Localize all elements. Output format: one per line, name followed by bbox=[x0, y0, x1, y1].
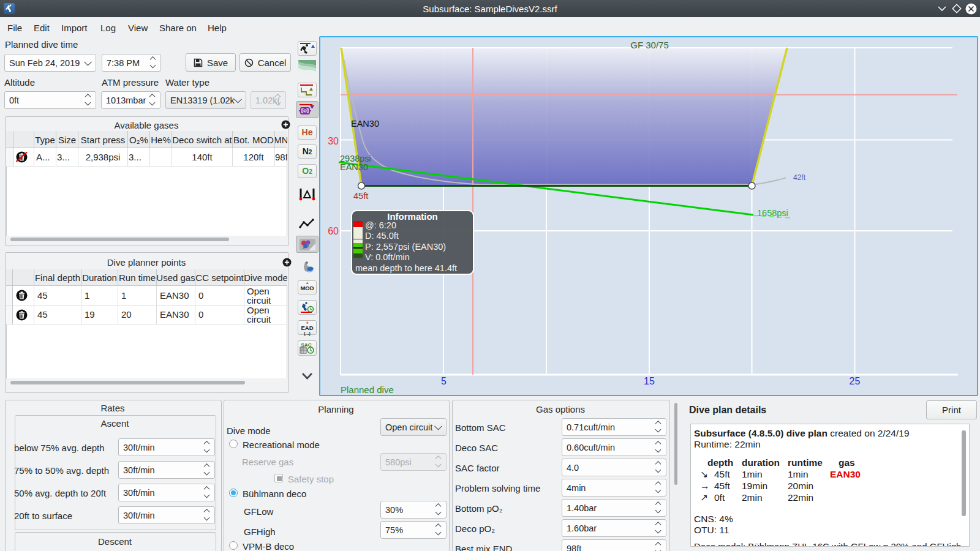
svg-text:GF 30/75: GF 30/75 bbox=[630, 40, 669, 50]
svg-text:45ft: 45ft bbox=[353, 191, 368, 201]
svg-text:25: 25 bbox=[850, 376, 861, 386]
svg-text:60: 60 bbox=[328, 226, 339, 236]
svg-text:5: 5 bbox=[441, 376, 447, 386]
svg-text:42ft: 42ft bbox=[793, 173, 806, 182]
svg-text:30: 30 bbox=[328, 136, 339, 146]
svg-text:EAN30: EAN30 bbox=[340, 162, 368, 172]
svg-text:1658psi: 1658psi bbox=[757, 208, 788, 218]
svg-text:15: 15 bbox=[644, 376, 655, 386]
svg-text:EAN30: EAN30 bbox=[351, 119, 379, 129]
svg-text:Planned dive: Planned dive bbox=[341, 384, 394, 395]
